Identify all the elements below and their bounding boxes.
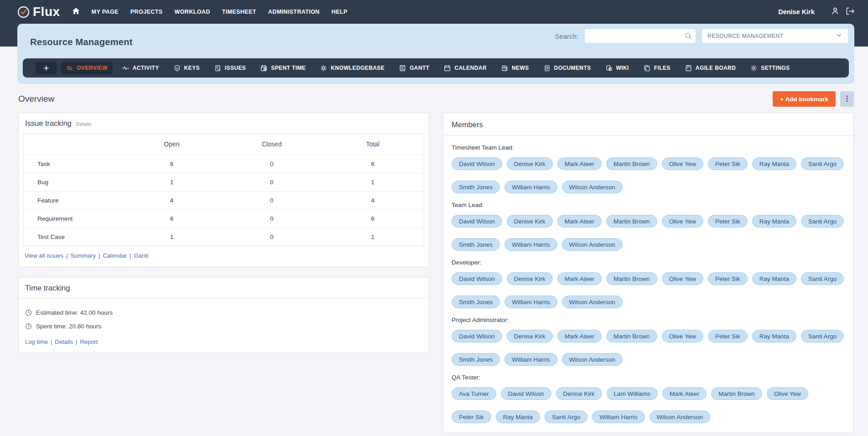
member-pill-ray-manta[interactable]: Ray Manta <box>752 272 796 285</box>
member-pill-denise-kirk[interactable]: Denise Kirk <box>507 330 553 343</box>
member-pill-olive-yew[interactable]: Olive Yew <box>662 330 703 343</box>
search-label: Search: <box>555 32 578 40</box>
add-bookmark-button[interactable]: + Add bookmark <box>773 91 836 107</box>
member-pill-peter-sik[interactable]: Peter Sik <box>708 272 748 285</box>
member-pill-denise-kirk[interactable]: Denise Kirk <box>507 272 553 285</box>
app-logo[interactable]: Flux <box>17 5 60 19</box>
member-pill-smith-jones[interactable]: Smith Jones <box>452 181 500 193</box>
member-pill-mark-ateer[interactable]: Mark Ateer <box>557 157 602 170</box>
member-role-label: Timesheet Team Lead: <box>452 144 845 151</box>
member-pill-denise-kirk[interactable]: Denise Kirk <box>556 387 602 400</box>
member-pill-william-harris[interactable]: William Harris <box>504 353 557 366</box>
member-pill-martin-brown[interactable]: Martin Brown <box>606 215 657 228</box>
tab-gantt[interactable]: GANTT <box>394 62 434 74</box>
issue-link-gantt[interactable]: Gantt <box>134 252 149 259</box>
member-pill-ray-manta[interactable]: Ray Manta <box>752 330 796 343</box>
member-pill-smith-jones[interactable]: Smith Jones <box>452 238 500 251</box>
member-pill-wilson-anderson[interactable]: Wilson Anderson <box>562 181 623 193</box>
member-pill-olive-yew[interactable]: Olive Yew <box>662 157 703 170</box>
member-pill-william-harris[interactable]: William Harris <box>592 410 645 423</box>
tab-documents[interactable]: DOCUMENTS <box>539 62 596 74</box>
member-pill-olive-yew[interactable]: Olive Yew <box>767 387 808 400</box>
time-link-report[interactable]: Report <box>80 338 98 345</box>
more-options-button[interactable] <box>840 91 854 107</box>
navbar-item-workload[interactable]: WORKLOAD <box>174 9 210 15</box>
member-pill-olive-yew[interactable]: Olive Yew <box>662 215 703 228</box>
member-pill-peter-sik[interactable]: Peter Sik <box>452 410 491 423</box>
member-pill-mark-ateer[interactable]: Mark Ateer <box>662 387 707 400</box>
profile-button[interactable] <box>831 7 839 17</box>
tab-calendar[interactable]: CALENDAR <box>439 62 492 74</box>
member-pill-santi-argo[interactable]: Santi Argo <box>801 330 844 343</box>
tab-keys[interactable]: KEYS <box>169 62 205 74</box>
navbar-item-my-page[interactable]: MY PAGE <box>92 9 119 15</box>
member-pill-david-wilson[interactable]: David Wilson <box>452 330 502 343</box>
search-input[interactable] <box>585 29 696 43</box>
member-pill-santi-argo[interactable]: Santi Argo <box>545 410 587 423</box>
member-pill-martin-brown[interactable]: Martin Brown <box>606 157 657 170</box>
member-pill-martin-brown[interactable]: Martin Brown <box>711 387 762 400</box>
tab-settings[interactable]: SETTINGS <box>745 62 795 74</box>
navbar-item-projects[interactable]: PROJECTS <box>130 9 163 15</box>
tab-activity[interactable]: ACTIVITY <box>117 62 164 74</box>
member-pill-wilson-anderson[interactable]: Wilson Anderson <box>562 238 623 251</box>
member-pill-david-wilson[interactable]: David Wilson <box>452 215 502 228</box>
navbar-item-administration[interactable]: ADMINISTRATION <box>268 9 320 15</box>
add-tab-button[interactable] <box>36 62 57 74</box>
member-pill-smith-jones[interactable]: Smith Jones <box>452 353 500 366</box>
member-pill-santi-argo[interactable]: Santi Argo <box>801 215 844 228</box>
issue-details-link[interactable]: Details <box>76 121 92 127</box>
tab-agile-board[interactable]: AGILE BOARD <box>680 62 741 74</box>
issue-link-summary[interactable]: Summary <box>70 252 96 259</box>
member-pill-william-harris[interactable]: William Harris <box>504 181 557 193</box>
member-pill-william-harris[interactable]: William Harris <box>504 296 557 308</box>
member-pill-wilson-anderson[interactable]: Wilson Anderson <box>650 410 710 423</box>
tab-issues[interactable]: ISSUES <box>209 62 251 74</box>
member-pill-martin-brown[interactable]: Martin Brown <box>606 330 657 343</box>
member-pill-ava-turner[interactable]: Ava Turner <box>452 387 496 400</box>
tab-knowledgebase[interactable]: KNOWLEDGEBASE <box>315 62 390 74</box>
member-pill-denise-kirk[interactable]: Denise Kirk <box>507 215 553 228</box>
member-pill-group: Ava TurnerDavid WilsonDenise KirkLam Wil… <box>452 387 845 423</box>
member-pill-peter-sik[interactable]: Peter Sik <box>708 157 748 170</box>
member-pill-peter-sik[interactable]: Peter Sik <box>708 330 748 343</box>
time-link-log-time[interactable]: Log time <box>25 338 48 345</box>
gantt-icon <box>399 65 406 72</box>
issue-link-calendar[interactable]: Calendar <box>103 252 127 259</box>
member-pill-denise-kirk[interactable]: Denise Kirk <box>507 157 553 170</box>
navbar-item-timesheet[interactable]: TIMESHEET <box>222 9 256 15</box>
member-pill-martin-brown[interactable]: Martin Brown <box>606 272 657 285</box>
member-pill-david-wilson[interactable]: David Wilson <box>452 272 502 285</box>
member-pill-smith-jones[interactable]: Smith Jones <box>452 296 500 308</box>
tab-news[interactable]: NEWS <box>496 62 534 74</box>
tab-overview[interactable]: OVERVIEW <box>61 62 113 74</box>
member-pill-mark-ateer[interactable]: Mark Ateer <box>557 272 602 285</box>
project-select[interactable]: RESOURCE MANAGEMENT <box>702 29 848 43</box>
member-pill-lam-williams[interactable]: Lam Williams <box>607 387 658 400</box>
member-pill-santi-argo[interactable]: Santi Argo <box>801 157 844 170</box>
member-pill-wilson-anderson[interactable]: Wilson Anderson <box>562 353 623 366</box>
time-link-details[interactable]: Details <box>55 338 73 345</box>
member-pill-santi-argo[interactable]: Santi Argo <box>801 272 844 285</box>
member-pill-ray-manta[interactable]: Ray Manta <box>752 215 796 228</box>
member-pill-wilson-anderson[interactable]: Wilson Anderson <box>562 296 623 308</box>
member-pill-david-wilson[interactable]: David Wilson <box>501 387 551 400</box>
issue-link-view-all-issues[interactable]: View all issues <box>25 252 63 259</box>
current-user-name[interactable]: Denise Kirk <box>778 8 815 16</box>
tab-wiki[interactable]: WIKI <box>601 62 634 74</box>
member-pill-mark-ateer[interactable]: Mark Ateer <box>557 330 602 343</box>
member-pill-olive-yew[interactable]: Olive Yew <box>662 272 703 285</box>
member-pill-david-wilson[interactable]: David Wilson <box>452 157 502 170</box>
member-pill-william-harris[interactable]: William Harris <box>504 238 557 251</box>
time-item: Estimated time: 42.00 hours <box>25 309 422 316</box>
navbar-item-help[interactable]: HELP <box>332 9 348 15</box>
member-pill-mark-ateer[interactable]: Mark Ateer <box>557 215 602 228</box>
member-pill-ray-manta[interactable]: Ray Manta <box>496 410 540 423</box>
logout-button[interactable] <box>846 7 854 17</box>
member-pill-peter-sik[interactable]: Peter Sik <box>708 215 748 228</box>
tab-spent-time[interactable]: SPENT TIME <box>255 62 311 74</box>
time-item: Spent time: 20.80 hours <box>25 323 422 330</box>
tab-files[interactable]: FILES <box>639 62 676 74</box>
member-pill-ray-manta[interactable]: Ray Manta <box>752 157 796 170</box>
navbar-home-button[interactable] <box>72 7 80 16</box>
